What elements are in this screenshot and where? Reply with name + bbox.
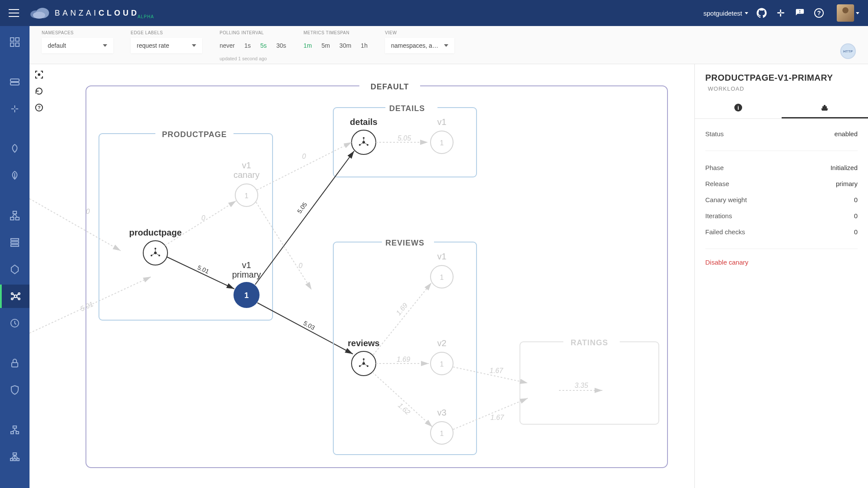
option-30s[interactable]: 30s <box>276 42 286 49</box>
nav-leaf2-icon[interactable] <box>0 164 30 187</box>
svg-rect-9 <box>10 38 14 41</box>
svg-rect-34 <box>12 363 18 367</box>
svg-text:1: 1 <box>440 274 444 281</box>
svg-text:1: 1 <box>440 139 444 147</box>
svg-point-27 <box>11 298 13 300</box>
option-5s[interactable]: 5s <box>260 42 267 49</box>
nav-dashboard-icon[interactable] <box>0 30 30 54</box>
svg-rect-13 <box>10 79 19 82</box>
option-5m[interactable]: 5m <box>322 42 330 49</box>
svg-rect-14 <box>10 82 19 85</box>
svg-rect-37 <box>16 432 19 434</box>
svg-rect-124 <box>520 342 659 424</box>
edge-labels-label: EDGE LABELS <box>131 30 202 35</box>
chevron-down-icon <box>444 44 448 47</box>
alpha-badge: ALPHA <box>138 14 154 19</box>
view-dropdown[interactable]: namespaces, apps, ser… <box>385 38 454 53</box>
svg-rect-101 <box>333 242 477 455</box>
graph-canvas[interactable]: ? DEFAULT 5.01 0 <box>30 64 694 488</box>
timespan-label: METRICS TIMESPAN <box>303 30 368 35</box>
svg-line-46 <box>12 455 15 459</box>
svg-point-26 <box>18 293 20 295</box>
svg-line-19 <box>12 214 15 217</box>
svg-text:1.67: 1.67 <box>490 367 503 374</box>
user-name: spotguidetest <box>704 10 742 17</box>
svg-line-118 <box>373 283 431 355</box>
svg-rect-43 <box>14 459 16 461</box>
svg-line-31 <box>13 297 14 298</box>
svg-rect-42 <box>10 459 13 461</box>
github-icon[interactable] <box>756 7 767 19</box>
namespaces-dropdown[interactable]: default <box>42 38 113 53</box>
chevron-down-icon <box>745 12 748 14</box>
nav-net1-icon[interactable] <box>0 418 30 442</box>
tab-info[interactable]: i <box>695 98 782 118</box>
svg-rect-16 <box>13 211 16 214</box>
nav-traffic-icon[interactable] <box>0 97 30 121</box>
disable-canary-button[interactable]: Disable canary <box>695 251 868 274</box>
slack-icon[interactable] <box>775 7 786 19</box>
svg-rect-36 <box>11 432 13 434</box>
option-1s[interactable]: 1s <box>244 42 251 49</box>
svg-rect-44 <box>17 459 19 461</box>
svg-text:1: 1 <box>440 430 444 437</box>
svg-text:DETAILS: DETAILS <box>389 104 425 113</box>
nav-deploy-icon[interactable] <box>0 258 30 281</box>
option-30m[interactable]: 30m <box>339 42 351 49</box>
nav-net2-icon[interactable] <box>0 445 30 468</box>
svg-line-55 <box>30 199 121 251</box>
svg-text:RATINGS: RATINGS <box>571 338 608 347</box>
edge-labels-dropdown[interactable]: request rate <box>131 38 202 53</box>
http-badge[interactable]: HTTP <box>840 43 856 59</box>
avatar-menu[interactable] <box>832 4 859 22</box>
feedback-icon[interactable] <box>794 7 806 19</box>
help-icon[interactable]: ? <box>813 7 825 19</box>
details-panel: PRODUCTPAGE-V1-PRIMARY WORKLOAD i Status… <box>694 64 868 488</box>
option-1m[interactable]: 1m <box>303 42 312 49</box>
info-icon: i <box>734 103 743 112</box>
option-never[interactable]: never <box>220 42 235 49</box>
svg-text:5.05: 5.05 <box>398 134 411 142</box>
nav-history-icon[interactable] <box>0 311 30 335</box>
svg-text:v1: v1 <box>242 160 251 170</box>
option-1h[interactable]: 1h <box>361 42 368 49</box>
svg-point-24 <box>14 295 17 298</box>
nav-lock-icon[interactable] <box>0 351 30 375</box>
brand-logo[interactable]: BANZAICLOUD ALPHA <box>30 7 154 19</box>
group-default-title: DEFAULT <box>371 82 409 91</box>
svg-text:1.69: 1.69 <box>397 356 410 363</box>
svg-text:reviews: reviews <box>348 338 379 348</box>
svg-text:1.67: 1.67 <box>490 414 504 421</box>
svg-rect-51 <box>86 86 667 468</box>
svg-line-95 <box>257 303 353 354</box>
timespan-options: 1m5m30m1h <box>303 38 368 53</box>
svg-rect-35 <box>13 426 16 428</box>
svg-rect-6 <box>780 13 781 16</box>
svg-text:1: 1 <box>245 192 249 200</box>
svg-rect-11 <box>10 43 14 46</box>
cloud-icon <box>30 7 50 19</box>
namespaces-value: default <box>48 42 66 49</box>
svg-text:primary: primary <box>232 270 261 279</box>
svg-text:0: 0 <box>299 262 302 269</box>
control-bar: NAMESPACES default EDGE LABELS request r… <box>30 26 868 64</box>
chevron-down-icon <box>103 44 107 47</box>
svg-rect-17 <box>10 217 14 220</box>
nav-topology-icon[interactable] <box>0 204 30 227</box>
nav-mesh-icon[interactable] <box>0 285 30 308</box>
svg-text:details: details <box>350 117 377 127</box>
tab-canary[interactable] <box>782 98 868 118</box>
svg-rect-12 <box>16 43 19 46</box>
nav-servers-icon[interactable] <box>0 231 30 254</box>
svg-line-93 <box>255 151 354 285</box>
user-selector[interactable]: spotguidetest <box>704 10 748 17</box>
release-row: Releaseprimary <box>705 176 858 192</box>
svg-text:0: 0 <box>86 208 90 215</box>
svg-text:1.69: 1.69 <box>395 301 409 317</box>
menu-toggle-icon[interactable] <box>9 8 19 18</box>
nav-leaf1-icon[interactable] <box>0 137 30 160</box>
nav-shield-icon[interactable] <box>0 378 30 402</box>
nav-storage-icon[interactable] <box>0 70 30 94</box>
svg-text:5.01: 5.01 <box>197 264 210 275</box>
svg-line-29 <box>13 294 14 295</box>
